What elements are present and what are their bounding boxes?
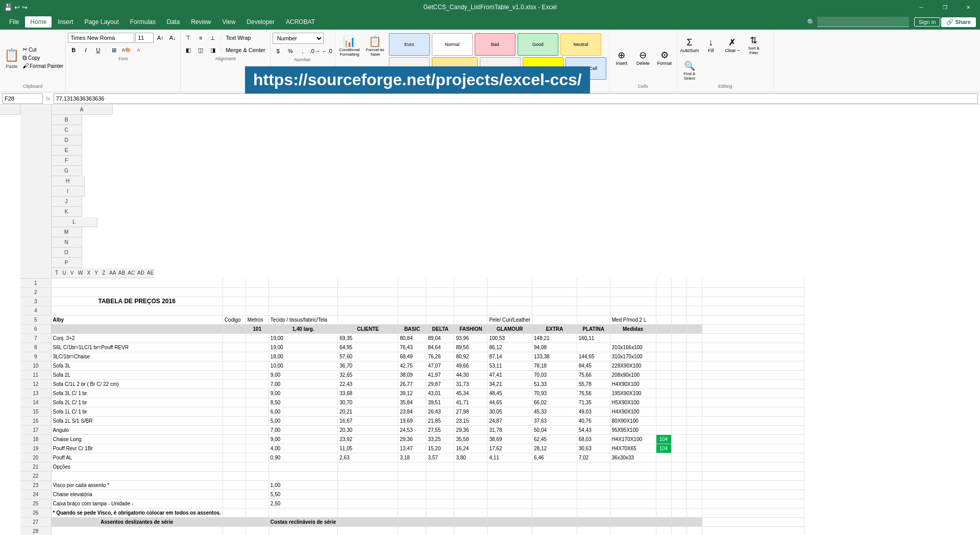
col-header-c[interactable]: C bbox=[52, 125, 82, 135]
table-row[interactable]: 30,63 bbox=[577, 444, 610, 453]
table-row[interactable]: 64,95 bbox=[338, 343, 398, 352]
menu-formulas[interactable]: Formulas bbox=[125, 16, 161, 28]
table-row[interactable] bbox=[398, 462, 426, 471]
table-row[interactable] bbox=[671, 416, 687, 425]
table-row[interactable] bbox=[532, 462, 577, 471]
table-row[interactable]: 7,00 bbox=[268, 425, 337, 434]
table-row[interactable]: 76,43 bbox=[398, 343, 426, 352]
percent-button[interactable]: % bbox=[285, 46, 296, 56]
table-row[interactable] bbox=[671, 333, 687, 343]
increase-font-button[interactable]: A↑ bbox=[155, 33, 166, 43]
table-row[interactable]: TABELA DE PREÇOS 2016 bbox=[51, 297, 223, 306]
table-row[interactable]: 66,02 bbox=[532, 398, 577, 407]
table-row[interactable]: Pouff Revr C/ 1Br bbox=[51, 444, 223, 453]
table-row[interactable] bbox=[577, 278, 610, 287]
table-row[interactable]: 34,21 bbox=[487, 379, 532, 388]
table-row[interactable] bbox=[656, 407, 671, 416]
table-row[interactable]: 41,71 bbox=[454, 398, 487, 407]
underline-button[interactable]: U bbox=[92, 45, 104, 55]
table-row[interactable] bbox=[671, 352, 687, 361]
align-bottom-button[interactable]: ⊥ bbox=[207, 33, 218, 43]
table-row[interactable] bbox=[610, 490, 656, 499]
table-row[interactable] bbox=[487, 508, 532, 517]
menu-review[interactable]: Review bbox=[186, 16, 216, 28]
table-row[interactable]: 9,00 bbox=[268, 370, 337, 379]
table-row[interactable]: 80,84 bbox=[398, 333, 426, 343]
table-row[interactable] bbox=[51, 278, 223, 287]
table-row[interactable] bbox=[246, 287, 268, 297]
table-row[interactable] bbox=[268, 508, 337, 517]
table-row[interactable] bbox=[577, 517, 610, 526]
table-row[interactable] bbox=[487, 471, 532, 480]
table-row[interactable]: Opções bbox=[51, 462, 223, 471]
table-row[interactable]: 9,00 bbox=[268, 434, 337, 444]
table-row[interactable] bbox=[656, 315, 671, 324]
table-row[interactable] bbox=[454, 471, 487, 480]
table-row[interactable] bbox=[610, 297, 656, 306]
table-row[interactable] bbox=[656, 480, 671, 490]
table-row[interactable] bbox=[246, 352, 268, 361]
table-row[interactable] bbox=[223, 490, 246, 499]
menu-developer[interactable]: Developer bbox=[241, 16, 280, 28]
table-row[interactable]: BASIC bbox=[398, 324, 426, 333]
table-row[interactable] bbox=[246, 333, 268, 343]
table-row[interactable]: 22,43 bbox=[338, 379, 398, 388]
align-top-button[interactable]: ⊤ bbox=[183, 33, 194, 43]
table-row[interactable]: 69,35 bbox=[338, 333, 398, 343]
table-row[interactable]: 29,87 bbox=[426, 379, 454, 388]
table-row[interactable]: Sofa 1L C/ 1 br bbox=[51, 407, 223, 416]
table-row[interactable] bbox=[656, 490, 671, 499]
table-row[interactable] bbox=[223, 462, 246, 471]
table-row[interactable] bbox=[223, 407, 246, 416]
table-row[interactable] bbox=[687, 453, 702, 462]
table-row[interactable] bbox=[687, 526, 702, 535]
table-row[interactable] bbox=[656, 278, 671, 287]
table-row[interactable]: 19,69 bbox=[398, 416, 426, 425]
table-row[interactable]: 39,12 bbox=[398, 388, 426, 398]
table-row[interactable]: 104 bbox=[656, 444, 671, 453]
table-row[interactable]: Visco por cada assento * bbox=[51, 480, 223, 490]
table-row[interactable]: Angulo bbox=[51, 425, 223, 434]
table-row[interactable]: 1,00 bbox=[268, 480, 337, 490]
table-row[interactable] bbox=[687, 471, 702, 480]
table-row[interactable] bbox=[671, 388, 687, 398]
table-row[interactable] bbox=[246, 361, 268, 370]
table-row[interactable]: 32,65 bbox=[338, 370, 398, 379]
table-row[interactable] bbox=[687, 297, 702, 306]
table-row[interactable] bbox=[687, 324, 702, 333]
table-row[interactable] bbox=[426, 526, 454, 535]
wrap-text-button[interactable]: Text Wrap bbox=[223, 33, 253, 43]
table-row[interactable]: 70,93 bbox=[532, 388, 577, 398]
table-row[interactable] bbox=[223, 324, 246, 333]
table-row[interactable] bbox=[610, 508, 656, 517]
table-row[interactable] bbox=[223, 343, 246, 352]
table-row[interactable] bbox=[656, 333, 671, 343]
table-row[interactable]: 94,08 bbox=[532, 343, 577, 352]
table-row[interactable]: GLAMOUR bbox=[487, 324, 532, 333]
col-header-i[interactable]: I bbox=[52, 186, 85, 197]
table-row[interactable]: FASHION bbox=[454, 324, 487, 333]
table-row[interactable]: 104 bbox=[656, 434, 671, 444]
table-row[interactable] bbox=[577, 471, 610, 480]
table-row[interactable] bbox=[671, 315, 687, 324]
table-row[interactable] bbox=[426, 462, 454, 471]
menu-page-layout[interactable]: Page Layout bbox=[79, 16, 124, 28]
table-row[interactable] bbox=[671, 508, 687, 517]
table-row[interactable]: 2,63 bbox=[338, 453, 398, 462]
table-row[interactable]: CLIENTE bbox=[338, 324, 398, 333]
format-painter-button[interactable]: 🖌 Format Painter bbox=[22, 62, 63, 69]
border-button[interactable]: ⊞ bbox=[108, 45, 119, 55]
table-row[interactable] bbox=[687, 425, 702, 434]
table-row[interactable] bbox=[223, 379, 246, 388]
table-row[interactable]: 48,45 bbox=[487, 388, 532, 398]
autosum-button[interactable]: Σ AutoSum bbox=[679, 35, 700, 55]
table-row[interactable]: 27,55 bbox=[426, 425, 454, 434]
table-row[interactable]: 36,70 bbox=[338, 361, 398, 370]
table-row[interactable] bbox=[577, 343, 610, 352]
table-row[interactable]: 2,50 bbox=[268, 499, 337, 508]
table-row[interactable] bbox=[487, 278, 532, 287]
table-row[interactable]: 9,00 bbox=[268, 388, 337, 398]
table-row[interactable] bbox=[398, 315, 426, 324]
table-row[interactable]: 6,00 bbox=[268, 407, 337, 416]
table-row[interactable] bbox=[246, 517, 268, 526]
